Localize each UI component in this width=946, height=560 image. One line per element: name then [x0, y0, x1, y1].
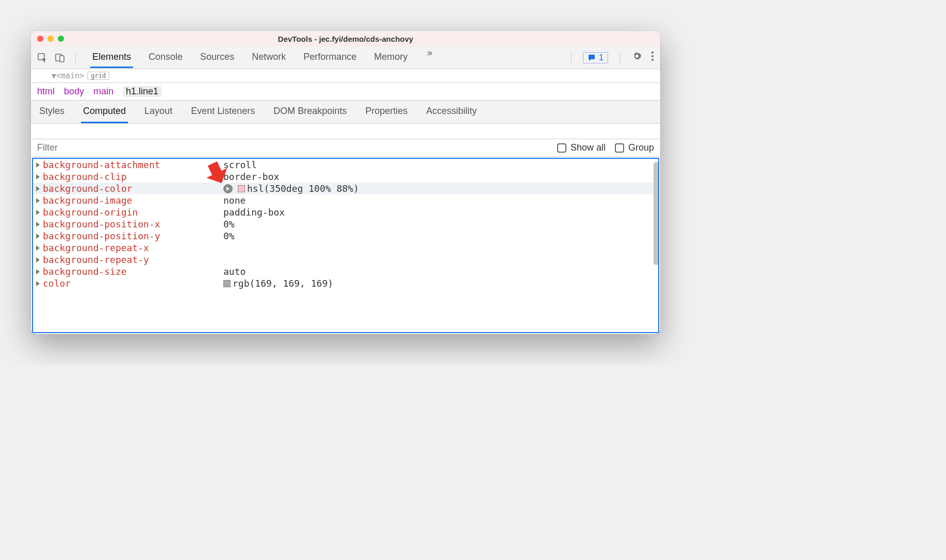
window-title: DevTools - jec.fyi/demo/cds-anchovy	[31, 35, 660, 43]
color-swatch-icon[interactable]	[223, 280, 231, 287]
property-value: 0%	[223, 219, 235, 229]
subtab-computed[interactable]: Computed	[81, 101, 128, 123]
elements-tree-row[interactable]: ▼<main> grid	[31, 69, 660, 83]
computed-properties-list: background-attachmentscrollbackground-cl…	[32, 158, 659, 333]
breadcrumb: html body main h1.line1	[31, 83, 660, 101]
devtools-window: DevTools - jec.fyi/demo/cds-anchovy Elem…	[31, 31, 660, 334]
color-swatch-icon[interactable]	[238, 185, 245, 192]
property-name: background-color	[43, 183, 223, 194]
svg-point-4	[651, 55, 654, 57]
show-all-checkbox[interactable]: Show all	[557, 142, 606, 153]
property-name: background-position-y	[43, 230, 223, 241]
breadcrumb-selected[interactable]: h1.line1	[123, 86, 161, 97]
goto-source-icon[interactable]	[223, 184, 233, 193]
tab-sources[interactable]: Sources	[198, 47, 236, 68]
subtab-layout[interactable]: Layout	[142, 101, 174, 123]
subtab-accessibility[interactable]: Accessibility	[424, 101, 479, 123]
property-row[interactable]: background-originpadding-box	[33, 206, 658, 218]
kebab-menu-icon[interactable]	[651, 51, 654, 64]
svg-point-5	[651, 59, 654, 61]
property-value: border-box	[223, 171, 279, 182]
subtab-event-listeners[interactable]: Event Listeners	[189, 101, 257, 123]
property-name: background-attachment	[43, 159, 223, 170]
property-row[interactable]: background-imagenone	[33, 194, 658, 206]
property-value: auto	[223, 266, 246, 277]
tab-performance[interactable]: Performance	[301, 47, 358, 68]
disclosure-triangle-icon[interactable]	[36, 162, 40, 168]
traffic-lights	[37, 36, 64, 42]
toolbar-divider	[75, 52, 76, 64]
device-toolbar-icon[interactable]	[55, 53, 65, 63]
filter-bar: Show all Group	[31, 139, 660, 157]
property-row[interactable]: background-position-y0%	[33, 230, 658, 242]
tab-elements[interactable]: Elements	[90, 47, 133, 68]
property-name: background-clip	[43, 171, 223, 182]
panel-tabs: Elements Console Sources Network Perform…	[90, 47, 432, 68]
disclosure-triangle-icon[interactable]	[36, 210, 40, 215]
property-value: scroll	[223, 159, 257, 170]
disclosure-triangle-icon[interactable]	[36, 186, 40, 191]
property-name: background-origin	[43, 207, 223, 218]
close-window-button[interactable]	[37, 36, 43, 42]
property-row[interactable]: background-repeat-y	[33, 254, 658, 266]
breadcrumb-main[interactable]: main	[93, 86, 113, 97]
zoom-window-button[interactable]	[58, 36, 64, 42]
titlebar: DevTools - jec.fyi/demo/cds-anchovy	[31, 31, 660, 46]
svg-point-3	[651, 52, 654, 54]
tab-console[interactable]: Console	[146, 47, 185, 68]
property-row[interactable]: background-colorhsl(350deg 100% 88%)	[33, 183, 658, 194]
disclosure-triangle-icon[interactable]	[36, 269, 40, 274]
property-name: color	[43, 278, 223, 289]
svg-rect-2	[60, 56, 64, 62]
property-value: none	[223, 195, 246, 206]
disclosure-triangle-icon[interactable]	[36, 245, 40, 251]
grid-badge[interactable]: grid	[87, 72, 109, 80]
issues-count: 1	[599, 53, 604, 62]
disclosure-triangle-icon[interactable]	[36, 234, 40, 239]
property-row[interactable]: background-sizeauto	[33, 266, 658, 277]
property-row[interactable]: background-attachmentscroll	[33, 159, 658, 171]
disclosure-triangle-icon[interactable]	[36, 198, 40, 203]
property-row[interactable]: background-repeat-x	[33, 242, 658, 254]
issues-badge[interactable]: 1	[583, 52, 608, 63]
checkbox-icon	[615, 143, 624, 153]
scrollbar-thumb[interactable]	[654, 162, 659, 265]
tab-memory[interactable]: Memory	[372, 47, 410, 68]
property-value: padding-box	[223, 207, 285, 218]
property-name: background-position-x	[43, 219, 223, 229]
subtab-styles[interactable]: Styles	[37, 101, 67, 123]
property-name: background-repeat-x	[43, 242, 223, 253]
property-row[interactable]: colorrgb(169, 169, 169)	[33, 277, 658, 289]
checkbox-icon	[557, 143, 566, 153]
filter-input[interactable]	[37, 142, 157, 153]
disclosure-triangle-icon[interactable]	[36, 174, 40, 179]
group-checkbox[interactable]: Group	[615, 142, 654, 153]
property-name: background-image	[43, 195, 223, 206]
disclosure-triangle-icon[interactable]	[36, 257, 40, 262]
sidebar-tabs: Styles Computed Layout Event Listeners D…	[31, 101, 660, 124]
toolbar-divider	[619, 52, 620, 64]
tab-network[interactable]: Network	[250, 47, 288, 68]
property-row[interactable]: background-position-x0%	[33, 218, 658, 230]
disclosure-triangle-icon[interactable]	[36, 281, 40, 286]
property-value: 0%	[223, 230, 235, 241]
breadcrumb-html[interactable]: html	[37, 86, 55, 97]
toolbar-divider	[571, 52, 572, 64]
box-model-area	[31, 124, 660, 139]
property-name: background-size	[43, 266, 223, 277]
subtab-properties[interactable]: Properties	[363, 101, 410, 123]
disclosure-triangle-icon[interactable]	[36, 222, 40, 227]
main-toolbar: Elements Console Sources Network Perform…	[31, 46, 660, 69]
subtab-dom-breakpoints[interactable]: DOM Breakpoints	[271, 101, 349, 123]
more-tabs-button[interactable]: »	[427, 47, 432, 68]
inspect-element-icon[interactable]	[37, 53, 47, 63]
settings-icon[interactable]	[631, 51, 643, 64]
property-row[interactable]: background-clipborder-box	[33, 171, 658, 183]
minimize-window-button[interactable]	[47, 36, 54, 42]
property-value: hsl(350deg 100% 88%)	[223, 183, 359, 194]
property-name: background-repeat-y	[43, 254, 223, 265]
breadcrumb-body[interactable]: body	[64, 86, 84, 97]
message-icon	[588, 54, 596, 62]
property-value: rgb(169, 169, 169)	[223, 278, 333, 289]
